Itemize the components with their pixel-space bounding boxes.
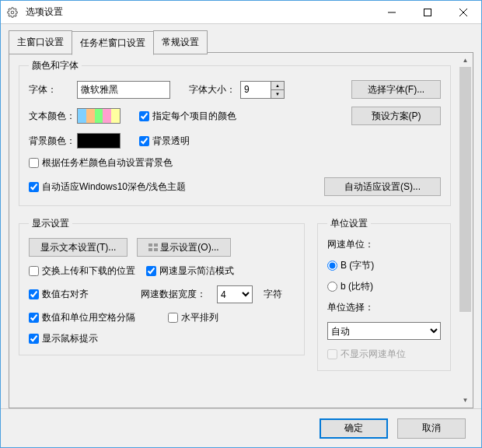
bg-color-swatch[interactable] (77, 133, 120, 149)
unit-select-label: 单位选择： (327, 301, 374, 314)
preset-scheme-button[interactable]: 预设方案(P) (351, 107, 441, 125)
horizontal-checkbox[interactable]: 水平排列 (168, 311, 218, 324)
group-display-legend: 显示设置 (29, 217, 72, 230)
close-button[interactable] (445, 1, 481, 24)
netspeed-width-label: 网速数据宽度： (141, 288, 206, 301)
font-size-spinner[interactable]: ▲▼ (240, 81, 285, 99)
svg-point-0 (11, 11, 14, 14)
gear-icon (1, 7, 24, 18)
tab-general[interactable]: 常规设置 (153, 30, 208, 54)
bg-color-label: 背景颜色： (29, 135, 77, 148)
footer: 确定 取消 (1, 408, 481, 447)
scroll-up-icon[interactable]: ▲ (459, 54, 472, 67)
group-color-font-legend: 颜色和字体 (29, 59, 82, 72)
bg-transparent-checkbox[interactable]: 背景透明 (139, 135, 190, 148)
auto-adapt-theme-checkbox[interactable]: 自动适应Windows10深色/浅色主题 (29, 180, 186, 194)
group-color-font: 颜色和字体 字体： 字体大小： ▲▼ 选择字体(F)... (19, 59, 451, 206)
maximize-button[interactable] (410, 1, 445, 24)
unit-byte-radio[interactable]: B (字节) (327, 259, 374, 272)
scrollbar-thumb[interactable] (459, 67, 471, 312)
grid-icon (148, 243, 158, 251)
netspeed-unit-label: 网速单位： (327, 238, 374, 251)
unit-bit-radio[interactable]: b (比特) (327, 280, 373, 293)
font-size-label: 字体大小： (189, 83, 236, 96)
scroll-area: 颜色和字体 字体： 字体大小： ▲▼ 选择字体(F)... (11, 54, 459, 406)
cancel-button[interactable]: 取消 (397, 418, 466, 439)
font-size-input[interactable] (240, 81, 271, 99)
group-unit-legend: 单位设置 (327, 217, 371, 230)
hide-netspeed-unit-checkbox: 不显示网速单位 (327, 348, 406, 361)
right-align-checkbox[interactable]: 数值右对齐 (29, 288, 130, 301)
ok-button[interactable]: 确定 (320, 418, 388, 439)
space-between-checkbox[interactable]: 数值和单位用空格分隔 (29, 311, 157, 324)
display-settings-button[interactable]: 显示设置(O)... (137, 238, 230, 257)
scrollbar-track[interactable] (459, 67, 472, 394)
minimize-button[interactable] (374, 1, 410, 24)
tab-taskbar-window[interactable]: 任务栏窗口设置 (72, 31, 154, 55)
show-tooltip-checkbox[interactable]: 显示鼠标提示 (29, 332, 98, 345)
tab-bar: 主窗口设置 任务栏窗口设置 常规设置 (9, 30, 473, 54)
font-input[interactable] (77, 81, 170, 99)
font-label: 字体： (29, 83, 77, 96)
content-area: 主窗口设置 任务栏窗口设置 常规设置 颜色和字体 字体： 字体大小： (1, 24, 481, 408)
group-unit: 单位设置 网速单位： B (字节) b (比特) 单位选择： 自动 不显示网速单… (317, 217, 451, 371)
auto-adapt-settings-button[interactable]: 自动适应设置(S)... (324, 177, 441, 196)
text-display-settings-button[interactable]: 显示文本设置(T)... (29, 238, 127, 257)
select-font-button[interactable]: 选择字体(F)... (351, 80, 441, 99)
text-color-label: 文本颜色： (29, 110, 77, 123)
svg-rect-2 (424, 9, 431, 16)
unit-select-combo[interactable]: 自动 (327, 322, 441, 340)
window-title: 选项设置 (24, 5, 374, 19)
settings-window: 选项设置 主窗口设置 任务栏窗口设置 常规设置 颜色和字体 字体： 字体大小： (0, 0, 482, 448)
scroll-down-icon[interactable]: ▼ (459, 394, 472, 407)
swap-upload-download-checkbox[interactable]: 交换上传和下载的位置 (29, 264, 135, 278)
tab-panel: 颜色和字体 字体： 字体大小： ▲▼ 选择字体(F)... (9, 52, 473, 408)
tab-main-window[interactable]: 主窗口设置 (9, 30, 72, 54)
vertical-scrollbar[interactable]: ▲ ▼ (459, 54, 472, 407)
group-display: 显示设置 显示文本设置(T)... 显示设置(O)... 交换上 (19, 217, 305, 355)
text-color-swatch[interactable] (77, 108, 120, 124)
titlebar: 选项设置 (1, 1, 481, 24)
spin-up-icon[interactable]: ▲ (271, 82, 284, 90)
specify-each-item-color-checkbox[interactable]: 指定每个项目的颜色 (139, 110, 236, 123)
netspeed-width-select[interactable]: 4 (217, 285, 253, 303)
netspeed-width-suffix: 字符 (264, 288, 282, 301)
spin-down-icon[interactable]: ▼ (271, 90, 284, 98)
auto-set-bg-by-taskbar-checkbox[interactable]: 根据任务栏颜色自动设置背景色 (29, 156, 173, 170)
simple-netspeed-checkbox[interactable]: 网速显示简洁模式 (146, 264, 234, 278)
